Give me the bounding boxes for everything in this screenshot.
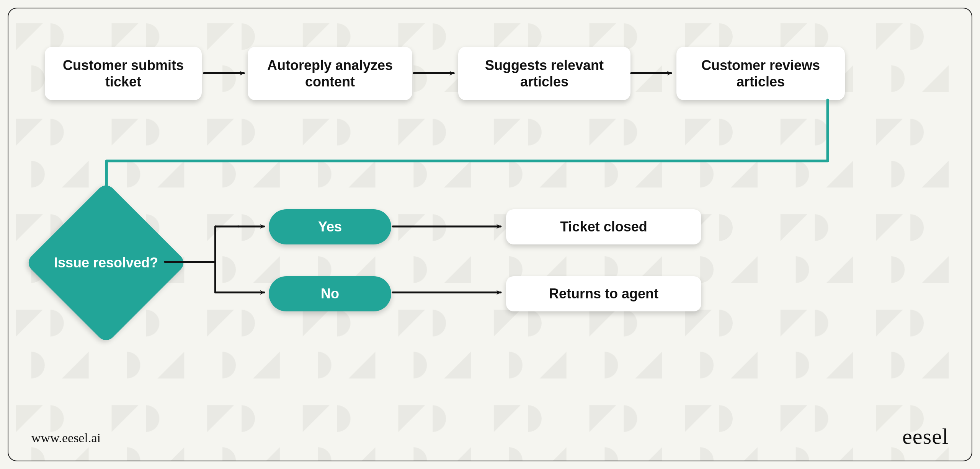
- step-customer-submits: Customer submits ticket: [45, 47, 202, 100]
- outcome-returns-agent: Returns to agent: [506, 276, 701, 311]
- decision-issue-resolved: Issue resolved?: [49, 205, 163, 320]
- brand-logo: eesel: [902, 423, 949, 449]
- outcome-ticket-closed: Ticket closed: [506, 209, 701, 244]
- step-suggests-articles: Suggests relevant articles: [458, 47, 630, 100]
- step-customer-reviews: Customer reviews articles: [676, 47, 845, 100]
- footer-url: www.eesel.ai: [31, 431, 101, 445]
- branch-yes: Yes: [269, 209, 391, 244]
- step-autoreply-analyzes: Autoreply analyzes content: [248, 47, 412, 100]
- diagram-canvas: Customer submits ticket Autoreply analyz…: [8, 8, 972, 461]
- branch-no: No: [269, 276, 391, 311]
- decision-label: Issue resolved?: [49, 205, 163, 320]
